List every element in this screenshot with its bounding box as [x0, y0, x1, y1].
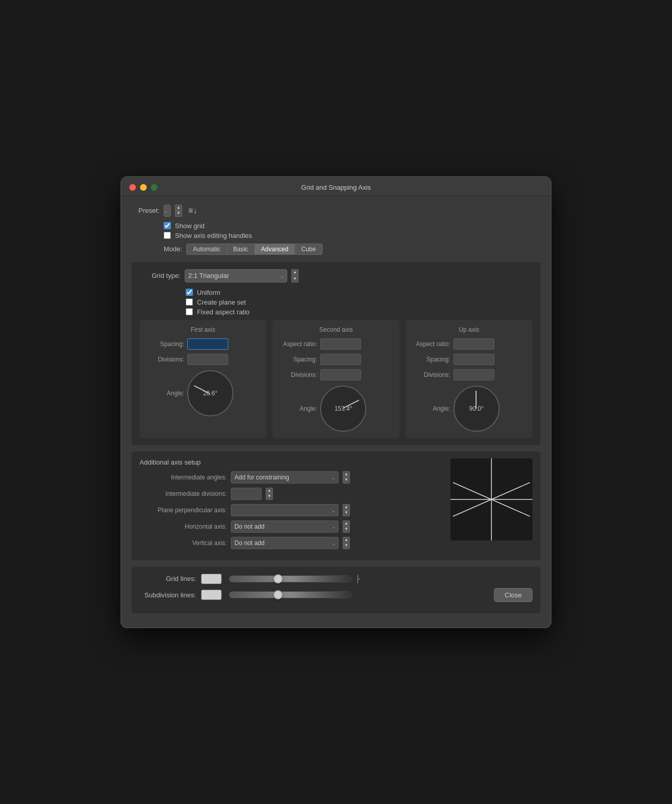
second-axis-dial[interactable]: 153.4° — [320, 386, 366, 432]
grid-lines-color-swatch[interactable] — [201, 574, 222, 584]
intermediate-divisions-input[interactable] — [231, 488, 262, 500]
second-axis-divisions-row: Divisions: 1 — [279, 369, 393, 380]
fixed-aspect-ratio-checkbox[interactable] — [186, 308, 193, 315]
subdivision-lines-label: Subdivision lines: — [140, 591, 196, 599]
grid-lines-slider-container — [229, 574, 352, 584]
grid-lines-slider-thumb[interactable] — [273, 574, 283, 584]
horizontal-axis-select[interactable]: Do not add — [231, 520, 339, 533]
subdivision-lines-slider-thumb[interactable] — [273, 590, 283, 599]
axis-preview — [450, 458, 532, 540]
preset-row: Preset: ▲ ▼ ≡↓ — [131, 205, 541, 217]
intermediate-angles-stepper-down[interactable]: ▼ — [343, 477, 350, 484]
grid-type-row: Grid type: 2:1 Triangular ▲ ▼ — [140, 269, 532, 283]
titlebar: Grid and Snapping Axis — [121, 177, 551, 196]
plane-perp-stepper-up[interactable]: ▲ — [343, 504, 350, 510]
mode-btn-basic[interactable]: Basic — [227, 244, 254, 255]
intermediate-angles-stepper-up[interactable]: ▲ — [343, 471, 350, 477]
create-plane-set-label: Create plane set — [197, 298, 246, 306]
intermediate-angles-select[interactable]: Add for constraining — [231, 471, 339, 484]
intermediate-angles-label: Intermediate angles: — [140, 474, 227, 481]
horizontal-axis-stepper-down[interactable]: ▼ — [343, 526, 350, 533]
mode-btn-advanced[interactable]: Advanced — [254, 244, 294, 255]
vertical-axis-select[interactable]: Do not add — [231, 537, 339, 549]
grid-lines-label: Grid lines: — [140, 575, 196, 582]
main-window: Grid and Snapping Axis Preset: ▲ ▼ ≡↓ Sh… — [121, 176, 551, 628]
first-axis-spacing-label: Spacing: — [146, 340, 184, 348]
subdivision-lines-color-swatch[interactable] — [201, 590, 222, 600]
close-button[interactable]: Close — [494, 588, 532, 602]
preset-select[interactable] — [164, 205, 171, 217]
up-axis-angle-label: Angle: — [412, 405, 450, 412]
show-axis-row: Show axis editing handles — [164, 232, 541, 239]
first-axis-spacing-row: Spacing: 16 px — [146, 338, 260, 350]
first-axis-spacing-input[interactable]: 16 px — [187, 338, 228, 350]
checkboxes-group: Show grid Show axis editing handles — [164, 222, 541, 239]
up-axis-panel: Up axis Aspect ratio: 1 Spacing: 16 px D… — [406, 320, 532, 438]
grid-lines-row: Grid lines: ⎬ — [140, 574, 532, 584]
create-plane-set-checkbox[interactable] — [186, 298, 193, 306]
second-axis-divisions-input[interactable]: 1 — [320, 369, 361, 380]
horizontal-axis-stepper: ▲ ▼ — [343, 520, 350, 533]
horizontal-axis-stepper-up[interactable]: ▲ — [343, 520, 350, 527]
intermediate-divisions-label: Intermediate divisions: — [140, 490, 227, 497]
show-axis-checkbox[interactable] — [164, 232, 171, 239]
subdivision-lines-slider-container — [229, 590, 352, 600]
second-axis-angle-container: Angle: 153.4° — [279, 386, 393, 432]
subdivision-lines-row: Subdivision lines: Close — [140, 588, 532, 602]
grid-type-stepper: ▲ ▼ — [291, 269, 299, 283]
plane-perp-select[interactable] — [231, 504, 339, 516]
second-axis-aspect-input[interactable]: 1 — [320, 338, 361, 350]
axes-container: First axis Spacing: 16 px Divisions: 1 A… — [140, 320, 532, 438]
preset-menu-button[interactable]: ≡↓ — [186, 205, 199, 216]
up-axis-spacing-input[interactable]: 16 px — [453, 354, 495, 365]
plane-perp-stepper: ▲ ▼ — [343, 504, 350, 516]
up-axis-aspect-input[interactable]: 1 — [453, 338, 495, 350]
second-axis-spacing-row: Spacing: 16 px — [279, 354, 393, 365]
maximize-traffic-light[interactable] — [151, 184, 157, 191]
preset-stepper-down[interactable]: ▼ — [175, 210, 182, 217]
second-axis-title: Second axis — [279, 326, 393, 333]
additional-title: Additional axis setup — [140, 458, 444, 466]
first-axis-divisions-input[interactable]: 1 — [187, 354, 228, 365]
mode-btn-automatic[interactable]: Automatic — [186, 244, 226, 255]
grid-type-label: Grid type: — [140, 272, 181, 279]
bottom-section: Grid lines: ⎬ Subdivision lines: — [131, 567, 541, 613]
first-axis-divisions-row: Divisions: 1 — [146, 354, 260, 365]
uniform-checkbox[interactable] — [186, 289, 193, 296]
second-axis-panel: Second axis Aspect ratio: 1 Spacing: 16 … — [272, 320, 399, 438]
up-axis-divisions-input[interactable]: 1 — [453, 369, 495, 380]
up-axis-spacing-row: Spacing: 16 px — [412, 354, 526, 365]
axis-preview-svg — [450, 458, 532, 540]
vertical-axis-stepper-up[interactable]: ▲ — [343, 537, 350, 543]
up-axis-angle-value: 90.0° — [469, 405, 484, 412]
second-axis-dial-group: 153.4° — [320, 386, 366, 432]
intermediate-divisions-stepper: ▲ ▼ — [266, 488, 273, 500]
show-grid-checkbox[interactable] — [164, 222, 171, 229]
mode-btn-cube[interactable]: Cube — [294, 244, 323, 255]
additional-section: Additional axis setup Intermediate angle… — [131, 451, 541, 560]
intermediate-divisions-stepper-down[interactable]: ▼ — [266, 493, 273, 500]
up-axis-dial[interactable]: 90.0° — [453, 386, 500, 432]
first-axis-dial[interactable]: 26.6° — [187, 370, 233, 416]
intermediate-divisions-wrapper — [231, 488, 262, 500]
plane-perp-stepper-down[interactable]: ▼ — [343, 510, 350, 516]
grid-type-select[interactable]: 2:1 Triangular — [185, 269, 287, 283]
grid-type-section: Grid type: 2:1 Triangular ▲ ▼ Uniform — [131, 262, 541, 445]
intermediate-divisions-stepper-up[interactable]: ▲ — [266, 488, 273, 494]
intermediate-divisions-row: Intermediate divisions: ▲ ▼ — [140, 488, 444, 500]
window-title: Grid and Snapping Axis — [301, 184, 371, 191]
first-axis-dial-group: 26.6° — [187, 370, 233, 416]
grid-type-stepper-down[interactable]: ▼ — [291, 275, 299, 283]
show-grid-label: Show grid — [175, 222, 205, 230]
first-axis-angle-label: Angle: — [146, 390, 184, 397]
preset-select-wrapper — [164, 205, 171, 217]
fixed-aspect-ratio-row: Fixed aspect ratio — [186, 308, 532, 316]
grid-type-stepper-up[interactable]: ▲ — [291, 269, 299, 276]
uniform-label: Uniform — [197, 289, 221, 296]
preset-stepper-up[interactable]: ▲ — [175, 205, 182, 211]
second-axis-spacing-input[interactable]: 16 px — [320, 354, 361, 365]
vertical-axis-stepper-down[interactable]: ▼ — [343, 542, 350, 549]
minimize-traffic-light[interactable] — [140, 184, 147, 191]
fixed-aspect-ratio-label: Fixed aspect ratio — [197, 308, 250, 316]
close-traffic-light[interactable] — [129, 184, 136, 191]
